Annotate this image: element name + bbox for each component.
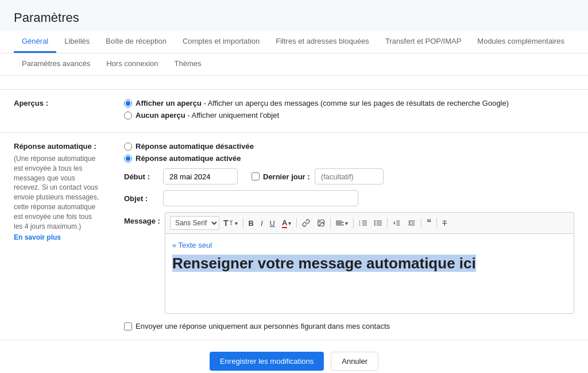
svg-rect-7 — [362, 222, 367, 223]
reponse-label-activee[interactable]: Réponse automatique activée — [136, 154, 241, 163]
tab-comptes[interactable]: Comptes et importation — [175, 31, 268, 53]
svg-rect-8 — [362, 225, 367, 225]
dernier-jour-checkbox-label[interactable]: Dernier jour : — [252, 172, 310, 181]
reponse-learn-more[interactable]: En savoir plus — [14, 233, 101, 241]
send-only-label[interactable]: Envoyer une réponse uniquement aux perso… — [136, 322, 390, 330]
svg-rect-6 — [362, 221, 367, 221]
auto-reply-fields: Début : Dernier jour : — [124, 168, 574, 330]
remove-format-button[interactable]: T — [439, 218, 450, 229]
dernier-jour-label: Dernier jour : — [263, 172, 310, 181]
ol-button[interactable]: 1.2.3. — [356, 218, 370, 228]
editor-content[interactable]: Renseigner votre message automatique ici — [172, 254, 567, 274]
toolbar-divider-1 — [243, 218, 243, 228]
toolbar-divider-2 — [296, 218, 297, 228]
outdent-icon — [393, 219, 401, 227]
image-button[interactable] — [314, 218, 328, 228]
bold-button[interactable]: B — [246, 218, 257, 229]
indent-icon — [408, 219, 416, 227]
toolbar-divider-5 — [387, 218, 388, 228]
outdent-button[interactable] — [390, 218, 404, 228]
message-toolbar: Sans Serif TT ▾ B I U — [165, 212, 574, 233]
font-size-button[interactable]: TT ▾ — [220, 217, 241, 229]
ul-icon — [374, 219, 382, 227]
underline-button[interactable]: U — [267, 218, 278, 229]
svg-point-14 — [374, 224, 376, 225]
tab-hors[interactable]: Hors connexion — [98, 53, 166, 75]
page-title: Paramètres — [0, 0, 588, 31]
link-icon — [302, 219, 310, 227]
reponse-radio-activee[interactable] — [124, 155, 132, 163]
reponse-value-cell: Réponse automatique désactivée Réponse a… — [115, 133, 588, 340]
svg-rect-2 — [336, 221, 342, 221]
svg-rect-17 — [377, 225, 382, 225]
svg-point-1 — [319, 221, 320, 222]
svg-text:3.: 3. — [359, 224, 361, 226]
tab-general[interactable]: Général — [14, 31, 56, 53]
content: Aperçus : Afficher un aperçu - Afficher … — [0, 90, 588, 373]
apercu-radio-aucun[interactable] — [124, 111, 132, 120]
save-button[interactable]: Enregistrer les modifications — [210, 352, 324, 371]
reponse-option-activee: Réponse automatique activée — [124, 154, 574, 163]
quote-button[interactable]: “ — [424, 217, 434, 229]
reponse-radio-desactivee[interactable] — [124, 143, 132, 151]
send-only-checkbox-row: Envoyer une réponse uniquement aux perso… — [124, 322, 574, 330]
tab-boite[interactable]: Boîte de réception — [98, 31, 175, 53]
send-only-checkbox[interactable] — [124, 322, 132, 330]
debut-label: Début : — [124, 172, 158, 181]
apercu-radio-afficher[interactable] — [124, 99, 132, 107]
apercu-label-cell: Aperçus : — [0, 90, 115, 133]
svg-point-12 — [374, 220, 376, 221]
svg-rect-3 — [336, 222, 344, 222]
link-button[interactable] — [299, 218, 313, 228]
toolbar-divider-7 — [436, 218, 437, 228]
page-wrapper: Paramètres Général Libellés Boîte de réc… — [0, 0, 588, 373]
editor-placeholder-text[interactable]: Renseigner votre message automatique ici — [172, 255, 476, 272]
indent-button[interactable] — [405, 218, 419, 228]
apercu-label: Aperçus : — [14, 99, 48, 107]
ol-icon: 1.2.3. — [359, 219, 367, 227]
scroll-hint — [0, 76, 588, 90]
debut-input[interactable] — [163, 168, 238, 184]
message-label: Message : — [124, 217, 160, 225]
toolbar-divider-6 — [421, 218, 421, 228]
dernier-jour-checkbox[interactable] — [252, 172, 260, 180]
align-button[interactable]: ▾ — [333, 218, 351, 228]
tab-modules[interactable]: Modules complémentaires — [469, 31, 572, 53]
cancel-button[interactable]: Annuler — [331, 352, 378, 371]
apercu-row: Aperçus : Afficher un aperçu - Afficher … — [0, 90, 588, 133]
message-editor-container: Sans Serif TT ▾ B I U — [165, 212, 574, 314]
tabs-row2: Paramètres avancés Hors connexion Thèmes — [0, 53, 588, 76]
image-icon — [317, 219, 325, 227]
action-buttons: Enregistrer les modifications Annuler — [0, 340, 588, 373]
apercu-option-aucun: Aucun aperçu - Afficher uniquement l'obj… — [124, 111, 574, 120]
italic-button[interactable]: I — [258, 218, 266, 229]
svg-rect-16 — [377, 222, 382, 223]
debut-row: Début : Dernier jour : — [124, 168, 574, 184]
font-color-button[interactable]: A ▾ — [279, 217, 294, 229]
ul-button[interactable] — [371, 218, 385, 228]
dernier-jour-input[interactable] — [315, 168, 384, 184]
tab-avances[interactable]: Paramètres avancés — [14, 53, 98, 75]
toolbar-divider-4 — [353, 218, 354, 228]
objet-label: Objet : — [124, 194, 158, 203]
reponse-sublabel: (Une réponse automatique est envoyée à t… — [14, 154, 101, 231]
text-only-link[interactable]: « Texte seul — [172, 241, 567, 249]
tab-transfert[interactable]: Transfert et POP/IMAP — [377, 31, 469, 53]
tab-libelles[interactable]: Libellés — [56, 31, 98, 53]
objet-input[interactable] — [163, 190, 358, 206]
reponse-label: Réponse automatique : — [14, 142, 96, 151]
toolbar-divider-3 — [330, 218, 331, 228]
reponse-label-desactivee[interactable]: Réponse automatique désactivée — [136, 142, 254, 151]
font-family-select[interactable]: Sans Serif — [170, 216, 219, 230]
tab-themes[interactable]: Thèmes — [167, 53, 210, 75]
editor-area[interactable]: « Texte seul Renseigner votre message au… — [165, 233, 574, 314]
tab-filtres[interactable]: Filtres et adresses bloquées — [268, 31, 377, 53]
objet-row: Objet : — [124, 190, 574, 206]
reponse-option-desactivee: Réponse automatique désactivée — [124, 142, 574, 151]
svg-rect-4 — [336, 224, 342, 224]
svg-rect-5 — [336, 225, 344, 225]
svg-rect-15 — [377, 221, 382, 221]
apercu-label-aucun[interactable]: Aucun aperçu - Afficher uniquement l'obj… — [136, 111, 279, 120]
settings-table: Aperçus : Afficher un aperçu - Afficher … — [0, 90, 588, 340]
apercu-label-afficher[interactable]: Afficher un aperçu - Afficher un aperçu … — [136, 99, 509, 107]
